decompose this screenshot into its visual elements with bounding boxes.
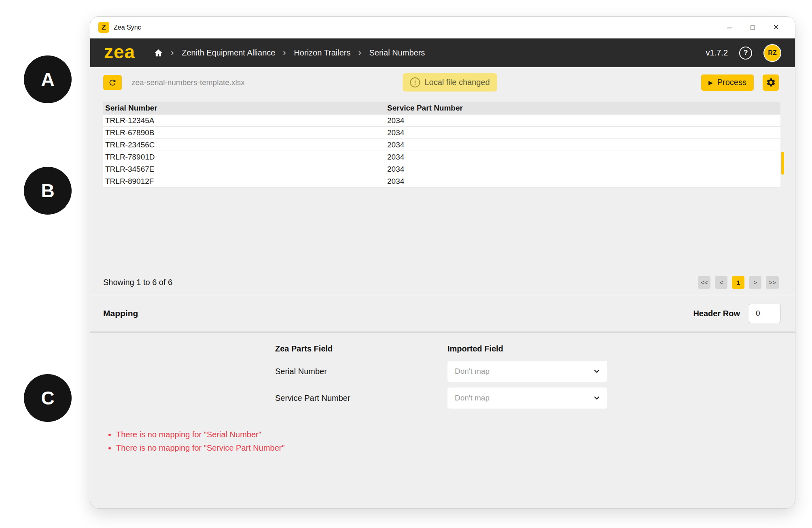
mapping-field-label-serial-number: Serial Number	[275, 361, 447, 382]
home-icon[interactable]	[154, 48, 163, 57]
table-header-row: Serial Number Service Part Number	[103, 102, 780, 115]
cell-part: 2034	[385, 141, 780, 149]
process-button[interactable]: ▶ Process	[701, 75, 754, 91]
pagination-page-1-button[interactable]: 1	[732, 276, 744, 289]
play-icon: ▶	[708, 80, 713, 85]
toolbar-right: ▶ Process	[701, 75, 779, 91]
alert-text: Local file changed	[424, 78, 490, 87]
column-header-service-part-number: Service Part Number	[385, 104, 780, 113]
cell-part: 2034	[385, 165, 780, 174]
chevron-right-icon	[282, 50, 287, 56]
mapping-field-label-service-part-number: Service Part Number	[275, 387, 447, 409]
mapping-error-serial-number: There is no mapping for "Serial Number"	[116, 428, 285, 441]
mapping-column-header-zea-parts-field: Zea Parts Field	[275, 341, 447, 357]
annotation-letter: B	[41, 180, 54, 202]
serial-numbers-table: Serial Number Service Part Number TRLR-1…	[103, 102, 780, 187]
breadcrumb-item-serial-numbers: Serial Numbers	[369, 48, 425, 57]
warning-glyph: !	[414, 79, 416, 86]
cell-serial: TRLR-12345A	[103, 116, 385, 125]
pagination-last-button[interactable]: >>	[766, 276, 779, 289]
header-row-control: Header Row	[693, 304, 780, 323]
header-row-input[interactable]	[749, 304, 780, 323]
help-glyph: ?	[744, 49, 748, 57]
pagination-next-button[interactable]: >	[749, 276, 761, 289]
chevron-right-icon	[170, 50, 175, 56]
warning-icon: !	[410, 77, 420, 87]
imported-field-select-service-part-number[interactable]: Don't map	[447, 387, 607, 409]
version-label: v1.7.2	[706, 48, 728, 57]
cell-serial: TRLR-34567E	[103, 165, 385, 174]
filename: zea-serial-numbers-template.xlsx	[131, 78, 245, 87]
cell-serial: TRLR-67890B	[103, 128, 385, 137]
content-area: Serial Number Service Part Number TRLR-1…	[90, 98, 795, 508]
table-row: TRLR-89012F 2034	[103, 175, 780, 187]
chevron-down-icon	[593, 394, 601, 402]
breadcrumb: Zenith Equipment Alliance Horizon Traile…	[154, 48, 425, 57]
process-label: Process	[717, 78, 746, 87]
table-row: TRLR-12345A 2034	[103, 115, 780, 127]
mapping-section-header: Mapping Header Row	[103, 295, 780, 332]
column-header-serial-number: Serial Number	[103, 104, 385, 113]
maximize-button[interactable]: □	[751, 24, 755, 31]
cell-part: 2034	[385, 153, 780, 162]
app-window: Z Zea Sync – □ × zea Zenith Equipment Al…	[90, 16, 795, 509]
annotation-marker-b: B	[24, 167, 72, 215]
mapping-column-header-imported-field: Imported Field	[447, 341, 607, 357]
settings-button[interactable]	[763, 75, 779, 91]
close-button[interactable]: ×	[774, 23, 779, 32]
table-footer: Showing 1 to 6 of 6 << < 1 > >>	[103, 273, 779, 292]
sync-button[interactable]	[103, 75, 122, 90]
breadcrumb-item-horizon-trailers[interactable]: Horizon Trailers	[294, 48, 350, 57]
annotation-letter: A	[41, 68, 54, 90]
mapping-errors: There is no mapping for "Serial Number" …	[90, 428, 285, 455]
imported-field-select-serial-number[interactable]: Don't map	[447, 361, 607, 382]
chevron-down-icon	[593, 367, 601, 375]
cell-serial: TRLR-78901D	[103, 153, 385, 162]
mapping-error-service-part-number: There is no mapping for "Service Part Nu…	[116, 441, 285, 455]
scrollbar-thumb[interactable]	[781, 152, 784, 175]
header-right: v1.7.2 ? RZ	[706, 44, 781, 62]
cell-part: 2034	[385, 116, 780, 125]
titlebar-app-identity: Z Zea Sync	[98, 22, 141, 33]
zea-logo: zea	[104, 43, 135, 61]
annotation-letter: C	[41, 387, 54, 409]
cell-serial: TRLR-23456C	[103, 141, 385, 149]
gear-icon	[766, 77, 776, 87]
header-row-label: Header Row	[693, 309, 740, 318]
cell-part: 2034	[385, 128, 780, 137]
annotation-marker-a: A	[24, 55, 72, 103]
app-logo-icon: Z	[98, 22, 109, 33]
window-title: Zea Sync	[114, 24, 141, 31]
minimize-button[interactable]: –	[727, 23, 732, 32]
window-titlebar: Z Zea Sync – □ ×	[90, 17, 795, 38]
local-file-changed-badge: ! Local file changed	[403, 73, 497, 92]
cell-part: 2034	[385, 177, 780, 186]
table-row: TRLR-67890B 2034	[103, 127, 780, 139]
pagination-status: Showing 1 to 6 of 6	[103, 278, 172, 287]
avatar[interactable]: RZ	[763, 44, 781, 62]
table-row: TRLR-34567E 2034	[103, 163, 780, 175]
mapping-title: Mapping	[103, 309, 138, 318]
chevron-right-icon	[357, 50, 363, 56]
pagination-prev-button[interactable]: <	[715, 276, 727, 289]
help-icon[interactable]: ?	[739, 47, 752, 60]
annotation-marker-c: C	[24, 374, 72, 422]
sync-icon	[108, 78, 117, 87]
selected-option: Don't map	[455, 394, 490, 402]
selected-option: Don't map	[455, 367, 490, 376]
cell-serial: TRLR-89012F	[103, 177, 385, 186]
pagination-first-button[interactable]: <<	[698, 276, 711, 289]
mapping-form: Zea Parts Field Imported Field Serial Nu…	[275, 341, 607, 414]
toolbar: zea-serial-numbers-template.xlsx ! Local…	[90, 67, 795, 98]
breadcrumb-item-zenith-equipment-alliance[interactable]: Zenith Equipment Alliance	[182, 48, 275, 57]
mapping-divider	[90, 332, 795, 332]
table-row: TRLR-78901D 2034	[103, 151, 780, 163]
pagination: << < 1 > >>	[698, 276, 779, 289]
window-controls: – □ ×	[727, 23, 779, 32]
table-row: TRLR-23456C 2034	[103, 139, 780, 151]
app-header: zea Zenith Equipment Alliance Horizon Tr…	[90, 38, 795, 67]
app-logo-letter: Z	[102, 23, 106, 32]
